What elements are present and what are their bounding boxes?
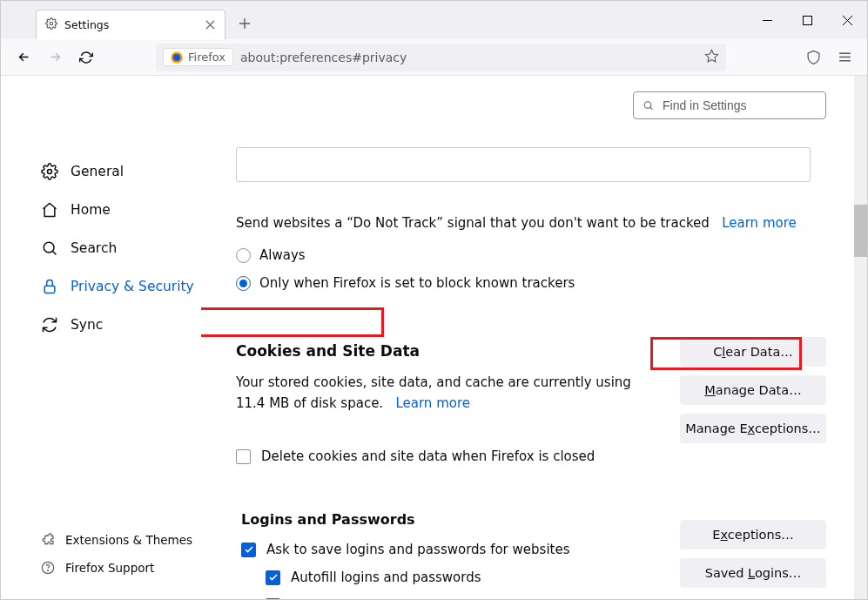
gear-icon: [41, 163, 58, 180]
delete-on-close-checkbox[interactable]: Delete cookies and site data when Firefo…: [236, 448, 826, 464]
radio-label: Always: [259, 247, 306, 263]
minimize-button[interactable]: [747, 1, 787, 39]
firefox-icon: [171, 51, 183, 64]
sidebar-item-search[interactable]: Search: [1, 229, 201, 267]
tab-title: Settings: [64, 18, 109, 31]
window-controls: [747, 1, 867, 39]
settings-main-panel: Send websites a “Do Not Track” signal th…: [201, 76, 854, 599]
sync-icon: [41, 316, 58, 334]
sidebar-item-label: Search: [71, 240, 117, 256]
help-icon: [41, 561, 55, 575]
identity-box[interactable]: Firefox: [163, 48, 233, 66]
browser-tab[interactable]: Settings: [36, 10, 225, 39]
svg-rect-1: [803, 16, 811, 24]
address-bar[interactable]: Firefox about:preferences#privacy: [156, 44, 726, 71]
sidebar-item-label: Extensions & Themes: [65, 533, 192, 547]
dnt-block-known-radio[interactable]: Only when Firefox is set to block known …: [236, 269, 826, 297]
find-in-settings-input[interactable]: [661, 98, 817, 113]
manage-data-button[interactable]: Manage Data…: [680, 375, 826, 405]
svg-point-3: [173, 53, 180, 60]
sidebar-item-label: Privacy & Security: [71, 279, 194, 294]
app-menu-button[interactable]: [831, 44, 858, 71]
manage-exceptions-button[interactable]: Manage Exceptions…: [680, 414, 826, 443]
sidebar-item-label: Home: [71, 202, 111, 218]
maximize-button[interactable]: [787, 1, 827, 39]
checkbox-icon: [241, 543, 256, 557]
close-tab-icon[interactable]: [204, 19, 216, 31]
find-in-settings[interactable]: [633, 91, 826, 119]
checkbox-label: Autofill logins and passwords: [291, 570, 481, 585]
radio-icon: [236, 248, 251, 263]
checkbox-label: Delete cookies and site data when Firefo…: [261, 448, 595, 464]
sidebar-item-privacy[interactable]: Privacy & Security: [1, 267, 201, 306]
content-blocking-widget: [236, 147, 811, 182]
new-tab-button[interactable]: [232, 11, 257, 36]
svg-rect-7: [44, 286, 55, 293]
title-bar: Settings: [1, 1, 867, 39]
svg-point-0: [50, 22, 53, 25]
checkbox-label: Suggest and generate strong passwords: [291, 597, 555, 599]
checkbox-icon: [236, 449, 251, 464]
radio-icon: [236, 276, 251, 291]
clear-data-button[interactable]: Clear Data…: [680, 337, 826, 367]
svg-point-5: [48, 170, 52, 174]
back-button[interactable]: [10, 44, 37, 71]
sidebar-item-label: Sync: [71, 317, 103, 333]
search-icon: [41, 239, 58, 257]
sidebar-support[interactable]: Firefox Support: [1, 554, 201, 582]
search-icon: [643, 99, 654, 111]
sidebar-item-general[interactable]: General: [1, 152, 201, 191]
svg-point-10: [644, 102, 651, 109]
annotation-box: [201, 307, 384, 337]
sidebar-item-label: Firefox Support: [65, 561, 154, 575]
checkbox-icon: [266, 598, 280, 600]
close-window-button[interactable]: [827, 1, 867, 39]
checkbox-icon: [266, 570, 280, 585]
puzzle-icon: [41, 533, 55, 547]
radio-label: Only when Firefox is set to block known …: [259, 275, 575, 291]
identity-label: Firefox: [188, 51, 225, 64]
cookies-description: Your stored cookies, site data, and cach…: [236, 372, 663, 414]
dnt-always-radio[interactable]: Always: [236, 241, 826, 269]
settings-sidebar: General Home Search Privacy & Security S…: [1, 76, 201, 599]
scrollbar-thumb[interactable]: [854, 205, 867, 257]
scrollbar[interactable]: [854, 76, 867, 599]
bookmark-star-icon[interactable]: [704, 49, 719, 66]
forward-button[interactable]: [41, 44, 69, 71]
dnt-description: Send websites a “Do Not Track” signal th…: [236, 215, 811, 231]
gear-icon: [45, 17, 57, 32]
checkbox-label: Ask to save logins and passwords for web…: [266, 542, 569, 557]
url-text: about:preferences#privacy: [240, 51, 697, 64]
home-icon: [41, 201, 58, 219]
saved-logins-button[interactable]: Saved Logins…: [680, 558, 826, 588]
dnt-learn-more-link[interactable]: Learn more: [722, 215, 797, 231]
sidebar-item-home[interactable]: Home: [1, 191, 201, 229]
sidebar-extensions[interactable]: Extensions & Themes: [1, 526, 201, 554]
cookies-learn-more-link[interactable]: Learn more: [395, 395, 470, 411]
sidebar-item-sync[interactable]: Sync: [1, 306, 201, 344]
lock-icon: [41, 278, 58, 295]
pocket-button[interactable]: [799, 44, 827, 71]
suggest-passwords-checkbox[interactable]: Suggest and generate strong passwords: [266, 597, 826, 599]
logins-exceptions-button[interactable]: Exceptions…: [680, 520, 826, 549]
nav-toolbar: Firefox about:preferences#privacy: [1, 39, 867, 76]
sidebar-item-label: General: [71, 164, 124, 179]
reload-button[interactable]: [72, 44, 100, 71]
svg-marker-4: [705, 50, 717, 61]
svg-point-6: [44, 242, 54, 253]
svg-point-9: [48, 570, 49, 571]
